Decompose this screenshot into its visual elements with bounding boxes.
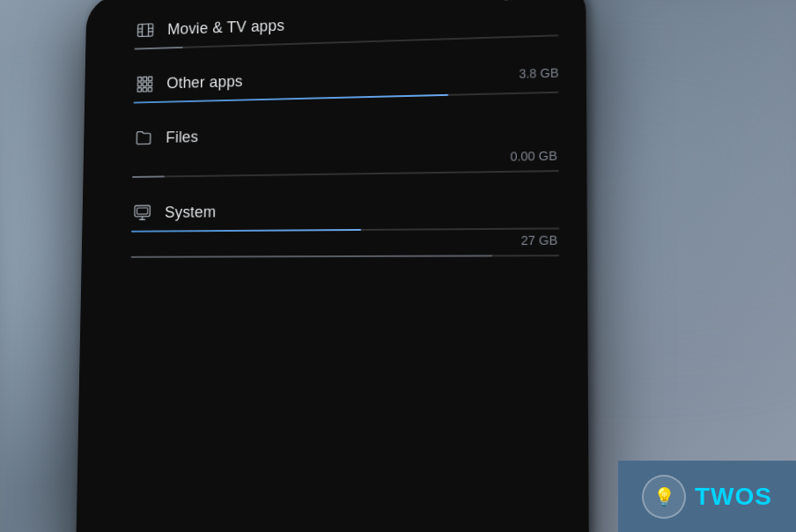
svg-rect-13 [137,88,141,92]
movie-tv-icon [135,18,157,41]
files-icon [133,127,155,149]
system-icon [131,202,153,224]
list-item: System 27 GB [131,197,560,258]
other-apps-icon [134,72,156,94]
system-progress-fill [131,229,361,233]
svg-rect-9 [148,77,151,80]
list-item: Other apps 3.8 GB [134,61,559,103]
other-apps-progress-fill [134,94,448,104]
twos-logo-icon: 💡 [653,486,675,507]
twos-watermark: 💡 TWOS [618,461,796,532]
movie-tv-progress-fill [135,47,183,50]
svg-rect-8 [143,77,146,80]
files-progress-fill [132,175,165,177]
svg-rect-14 [143,88,146,92]
movie-tv-label: Movie & TV apps [167,17,284,39]
svg-rect-7 [137,77,141,80]
item-left: Files [133,126,199,150]
twos-logo: 💡 [642,475,686,519]
system-value: 27 GB [131,233,560,250]
files-progress-bg [132,170,559,178]
item-header: Other apps 3.8 GB [134,61,559,95]
top-storage-value: 0.33 GB [503,0,549,3]
item-left: System [131,201,216,224]
other-apps-label: Other apps [166,72,243,92]
phone-screen: 0.33 GB [76,0,589,532]
system-label: System [165,203,217,221]
system-second-bar [131,255,560,258]
svg-rect-0 [137,24,152,37]
twos-label: TWOS [695,483,772,511]
svg-rect-12 [148,82,151,85]
other-apps-value: 3.8 GB [519,65,558,80]
item-left: Movie & TV apps [135,14,285,41]
files-value: 0.00 GB [132,149,559,170]
svg-rect-11 [143,82,146,85]
list-item: Files 0.00 GB [132,118,559,178]
system-second-fill [131,255,492,257]
scene: 0.33 GB [0,0,796,532]
twos-logo-circle: 💡 [642,475,686,519]
files-label: Files [166,128,198,146]
svg-rect-10 [137,83,141,86]
system-progress-bg [131,227,559,232]
item-header: System [131,197,559,224]
list-item: Movie & TV apps [135,4,559,49]
svg-rect-17 [137,208,148,214]
item-left: Other apps [134,70,243,95]
item-header: Files [133,118,559,149]
storage-list: Movie & TV apps [127,4,561,532]
svg-rect-15 [148,87,151,91]
phone-device: 0.33 GB [76,0,589,532]
